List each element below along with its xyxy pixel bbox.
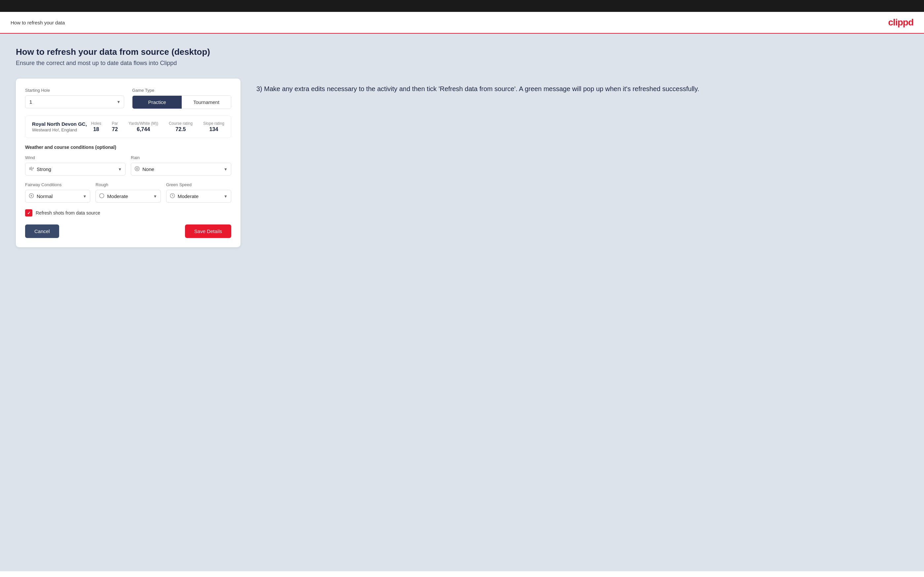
fairway-arrow-icon: ▼ xyxy=(82,194,87,199)
slope-rating-value: 134 xyxy=(203,126,224,132)
fairway-select-wrapper[interactable]: Normal Firm Soft ▼ xyxy=(25,190,90,203)
logo: clippd xyxy=(888,17,913,28)
rough-arrow-icon: ▼ xyxy=(153,194,157,199)
conditions-row-2: Fairway Conditions Normal Firm Soft ▼ xyxy=(25,182,231,203)
course-location: Westward Ho!, England xyxy=(32,127,87,132)
holes-value: 18 xyxy=(91,126,102,132)
practice-button[interactable]: Practice xyxy=(132,96,182,109)
cancel-button[interactable]: Cancel xyxy=(25,224,59,238)
top-bar xyxy=(0,0,924,12)
green-speed-select[interactable]: Moderate Slow Fast xyxy=(166,190,231,202)
starting-hole-label: Starting Hole xyxy=(25,88,124,93)
content-area: Starting Hole 1 10 ▼ Game Type Practice … xyxy=(16,79,908,247)
rough-icon xyxy=(99,193,104,199)
fairway-icon xyxy=(29,193,34,199)
conditions-section-title: Weather and course conditions (optional) xyxy=(25,145,231,150)
breadcrumb: How to refresh your data xyxy=(11,20,65,26)
par-stat: Par 72 xyxy=(111,121,118,132)
rough-group: Rough Moderate Light Heavy ▼ xyxy=(95,182,160,203)
rough-label: Rough xyxy=(95,182,160,187)
course-card: Royal North Devon GC, Westward Ho!, Engl… xyxy=(25,116,231,138)
par-label: Par xyxy=(111,121,118,126)
description-panel: 3) Make any extra edits necessary to the… xyxy=(256,79,908,94)
svg-point-0 xyxy=(136,168,138,169)
check-icon: ✓ xyxy=(27,211,31,216)
rain-select-wrapper[interactable]: None Light Heavy ▼ xyxy=(131,163,231,176)
starting-hole-select[interactable]: 1 10 xyxy=(26,96,124,108)
description-text: 3) Make any extra edits necessary to the… xyxy=(256,84,908,94)
yards-label: Yards/White (M)) xyxy=(129,121,158,126)
slope-rating-label: Slope rating xyxy=(203,121,224,126)
course-stats: Holes 18 Par 72 Yards/White (M)) 6,744 C… xyxy=(91,121,224,132)
form-panel: Starting Hole 1 10 ▼ Game Type Practice … xyxy=(16,79,241,247)
green-speed-group: Green Speed Moderate Slow Fast ▼ xyxy=(166,182,231,203)
yards-value: 6,744 xyxy=(129,126,158,132)
wind-select[interactable]: Strong Calm Moderate xyxy=(26,163,125,175)
page-subtitle: Ensure the correct and most up to date d… xyxy=(16,60,908,67)
green-speed-icon xyxy=(170,193,175,199)
wind-select-wrapper[interactable]: Strong Calm Moderate ▼ xyxy=(25,163,126,176)
rain-select[interactable]: None Light Heavy xyxy=(131,163,231,175)
starting-hole-group: Starting Hole 1 10 ▼ xyxy=(25,88,124,109)
yards-stat: Yards/White (M)) 6,744 xyxy=(129,121,158,132)
header: How to refresh your data clippd xyxy=(0,12,924,34)
page-title: How to refresh your data from source (de… xyxy=(16,47,908,57)
rough-select-wrapper[interactable]: Moderate Light Heavy ▼ xyxy=(95,190,160,203)
fairway-group: Fairway Conditions Normal Firm Soft ▼ xyxy=(25,182,90,203)
footer: Copyright Clippd 2022 xyxy=(0,571,924,577)
refresh-checkbox[interactable]: ✓ xyxy=(25,209,32,216)
save-details-button[interactable]: Save Details xyxy=(185,224,231,238)
course-name: Royal North Devon GC, xyxy=(32,121,87,127)
wind-rain-row: Wind Strong Calm Moderate ▼ R xyxy=(25,155,231,176)
rough-select[interactable]: Moderate Light Heavy xyxy=(96,190,160,202)
rain-arrow-icon: ▼ xyxy=(224,167,228,172)
slope-rating-stat: Slope rating 134 xyxy=(203,121,224,132)
fairway-label: Fairway Conditions xyxy=(25,182,90,187)
refresh-checkbox-row[interactable]: ✓ Refresh shots from data source xyxy=(25,209,231,216)
par-value: 72 xyxy=(111,126,118,132)
game-type-group: Game Type Practice Tournament xyxy=(132,88,231,109)
main-content: How to refresh your data from source (de… xyxy=(0,34,924,571)
course-info: Royal North Devon GC, Westward Ho!, Engl… xyxy=(32,121,87,132)
holes-label: Holes xyxy=(91,121,102,126)
green-speed-arrow-icon: ▼ xyxy=(224,194,228,199)
green-speed-select-wrapper[interactable]: Moderate Slow Fast ▼ xyxy=(166,190,231,203)
course-rating-value: 72.5 xyxy=(169,126,192,132)
fairway-select[interactable]: Normal Firm Soft xyxy=(26,190,90,202)
course-rating-stat: Course rating 72.5 xyxy=(169,121,192,132)
wind-icon xyxy=(29,166,34,172)
course-rating-label: Course rating xyxy=(169,121,192,126)
refresh-label: Refresh shots from data source xyxy=(36,210,100,216)
holes-stat: Holes 18 xyxy=(91,121,102,132)
wind-label: Wind xyxy=(25,155,126,160)
starting-hole-arrow-icon: ▼ xyxy=(116,100,121,104)
top-form-row: Starting Hole 1 10 ▼ Game Type Practice … xyxy=(25,88,231,109)
rain-group: Rain None Light Heavy ▼ xyxy=(131,155,231,176)
rain-label: Rain xyxy=(131,155,231,160)
tournament-button[interactable]: Tournament xyxy=(182,96,231,109)
green-speed-label: Green Speed xyxy=(166,182,231,187)
rain-icon xyxy=(134,166,140,172)
wind-group: Wind Strong Calm Moderate ▼ xyxy=(25,155,126,176)
game-type-label: Game Type xyxy=(132,88,231,93)
wind-arrow-icon: ▼ xyxy=(118,167,122,172)
starting-hole-select-wrapper[interactable]: 1 10 ▼ xyxy=(25,95,124,108)
button-row: Cancel Save Details xyxy=(25,224,231,238)
svg-point-2 xyxy=(100,193,104,198)
game-type-toggle: Practice Tournament xyxy=(132,95,231,109)
